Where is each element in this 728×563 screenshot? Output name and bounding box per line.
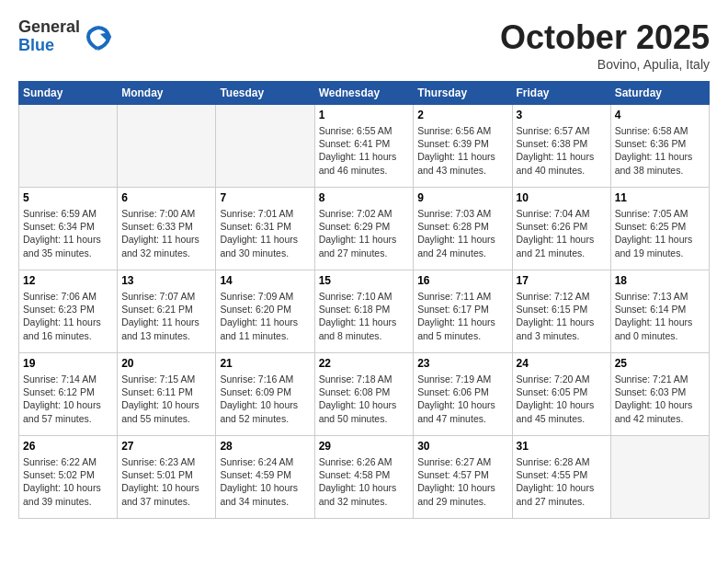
week-row-3: 12 Sunrise: 7:06 AMSunset: 6:23 PMDaylig… xyxy=(19,270,710,353)
calendar-cell: 20 Sunrise: 7:15 AMSunset: 6:11 PMDaylig… xyxy=(118,353,216,436)
day-info: Sunrise: 7:18 AMSunset: 6:08 PMDaylight:… xyxy=(319,373,410,425)
calendar-cell: 29 Sunrise: 6:26 AMSunset: 4:58 PMDaylig… xyxy=(314,436,414,519)
calendar-cell: 19 Sunrise: 7:14 AMSunset: 6:12 PMDaylig… xyxy=(19,353,118,436)
calendar-cell: 24 Sunrise: 7:20 AMSunset: 6:05 PMDaylig… xyxy=(512,353,610,436)
day-number: 21 xyxy=(220,357,310,370)
day-info: Sunrise: 6:57 AMSunset: 6:38 PMDaylight:… xyxy=(517,124,607,177)
calendar-cell xyxy=(118,105,216,188)
calendar-cell: 31 Sunrise: 6:28 AMSunset: 4:55 PMDaylig… xyxy=(512,436,610,519)
day-number: 22 xyxy=(319,357,410,370)
day-info: Sunrise: 7:09 AMSunset: 6:20 PMDaylight:… xyxy=(220,290,310,342)
calendar-cell: 26 Sunrise: 6:22 AMSunset: 5:02 PMDaylig… xyxy=(19,436,118,519)
day-number: 31 xyxy=(517,440,607,453)
day-number: 19 xyxy=(23,357,113,370)
day-number: 8 xyxy=(319,191,410,204)
calendar-cell: 30 Sunrise: 6:27 AMSunset: 4:57 PMDaylig… xyxy=(414,436,512,519)
calendar-cell: 25 Sunrise: 7:21 AMSunset: 6:03 PMDaylig… xyxy=(610,353,709,436)
day-info: Sunrise: 6:59 AMSunset: 6:34 PMDaylight:… xyxy=(23,207,113,259)
calendar-cell: 13 Sunrise: 7:07 AMSunset: 6:21 PMDaylig… xyxy=(118,270,216,353)
day-info: Sunrise: 7:16 AMSunset: 6:09 PMDaylight:… xyxy=(220,373,310,425)
calendar-cell: 6 Sunrise: 7:00 AMSunset: 6:33 PMDayligh… xyxy=(118,188,216,270)
calendar-cell: 21 Sunrise: 7:16 AMSunset: 6:09 PMDaylig… xyxy=(216,353,314,436)
day-info: Sunrise: 7:14 AMSunset: 6:12 PMDaylight:… xyxy=(23,373,113,425)
day-info: Sunrise: 7:13 AMSunset: 6:14 PMDaylight:… xyxy=(615,290,705,342)
logo-icon xyxy=(84,23,111,51)
day-number: 29 xyxy=(319,440,410,453)
page-header: General Blue October 2025 Bovino, Apulia… xyxy=(18,18,710,72)
title-block: October 2025 Bovino, Apulia, Italy xyxy=(500,18,710,72)
day-info: Sunrise: 7:19 AMSunset: 6:06 PMDaylight:… xyxy=(417,373,507,425)
calendar-cell: 28 Sunrise: 6:24 AMSunset: 4:59 PMDaylig… xyxy=(216,436,314,519)
day-info: Sunrise: 7:06 AMSunset: 6:23 PMDaylight:… xyxy=(23,290,113,342)
calendar-cell: 11 Sunrise: 7:05 AMSunset: 6:25 PMDaylig… xyxy=(610,188,709,270)
week-row-2: 5 Sunrise: 6:59 AMSunset: 6:34 PMDayligh… xyxy=(19,188,710,270)
day-info: Sunrise: 6:22 AMSunset: 5:02 PMDaylight:… xyxy=(23,455,113,508)
day-number: 10 xyxy=(517,191,607,204)
day-info: Sunrise: 7:20 AMSunset: 6:05 PMDaylight:… xyxy=(517,373,607,425)
day-info: Sunrise: 6:27 AMSunset: 4:57 PMDaylight:… xyxy=(417,455,507,508)
day-info: Sunrise: 6:55 AMSunset: 6:41 PMDaylight:… xyxy=(319,124,410,177)
calendar-cell: 14 Sunrise: 7:09 AMSunset: 6:20 PMDaylig… xyxy=(216,270,314,353)
week-row-1: 1 Sunrise: 6:55 AMSunset: 6:41 PMDayligh… xyxy=(19,105,710,188)
day-info: Sunrise: 6:26 AMSunset: 4:58 PMDaylight:… xyxy=(319,455,410,508)
calendar-table: SundayMondayTuesdayWednesdayThursdayFrid… xyxy=(18,81,710,519)
day-info: Sunrise: 7:21 AMSunset: 6:03 PMDaylight:… xyxy=(615,373,705,425)
day-info: Sunrise: 6:58 AMSunset: 6:36 PMDaylight:… xyxy=(615,124,705,177)
logo-blue-text: Blue xyxy=(18,37,80,55)
calendar-cell: 3 Sunrise: 6:57 AMSunset: 6:38 PMDayligh… xyxy=(512,105,610,188)
day-number: 26 xyxy=(23,440,113,453)
day-number: 6 xyxy=(121,191,211,204)
calendar-cell: 1 Sunrise: 6:55 AMSunset: 6:41 PMDayligh… xyxy=(314,105,414,188)
calendar-cell: 27 Sunrise: 6:23 AMSunset: 5:01 PMDaylig… xyxy=(118,436,216,519)
calendar-cell: 15 Sunrise: 7:10 AMSunset: 6:18 PMDaylig… xyxy=(314,270,414,353)
day-info: Sunrise: 7:01 AMSunset: 6:31 PMDaylight:… xyxy=(220,207,310,259)
calendar-header-row: SundayMondayTuesdayWednesdayThursdayFrid… xyxy=(19,82,710,105)
day-info: Sunrise: 7:02 AMSunset: 6:29 PMDaylight:… xyxy=(319,207,410,259)
day-number: 9 xyxy=(417,191,507,204)
calendar-header-saturday: Saturday xyxy=(610,82,709,105)
day-number: 11 xyxy=(615,191,705,204)
calendar-cell: 8 Sunrise: 7:02 AMSunset: 6:29 PMDayligh… xyxy=(314,188,414,270)
calendar-header-monday: Monday xyxy=(118,82,216,105)
day-number: 24 xyxy=(517,357,607,370)
day-number: 28 xyxy=(220,440,310,453)
week-row-5: 26 Sunrise: 6:22 AMSunset: 5:02 PMDaylig… xyxy=(19,436,710,519)
calendar-header-thursday: Thursday xyxy=(414,82,512,105)
day-number: 3 xyxy=(517,109,607,121)
calendar-cell: 4 Sunrise: 6:58 AMSunset: 6:36 PMDayligh… xyxy=(610,105,709,188)
day-info: Sunrise: 7:03 AMSunset: 6:28 PMDaylight:… xyxy=(417,207,507,259)
calendar-cell xyxy=(216,105,314,188)
logo-general-text: General xyxy=(18,18,80,37)
week-row-4: 19 Sunrise: 7:14 AMSunset: 6:12 PMDaylig… xyxy=(19,353,710,436)
day-info: Sunrise: 6:56 AMSunset: 6:39 PMDaylight:… xyxy=(417,124,507,177)
day-info: Sunrise: 7:05 AMSunset: 6:25 PMDaylight:… xyxy=(615,207,705,259)
day-number: 14 xyxy=(220,274,310,287)
location: Bovino, Apulia, Italy xyxy=(500,57,710,72)
day-info: Sunrise: 6:23 AMSunset: 5:01 PMDaylight:… xyxy=(121,455,211,508)
day-info: Sunrise: 7:15 AMSunset: 6:11 PMDaylight:… xyxy=(121,373,211,425)
day-number: 7 xyxy=(220,191,310,204)
calendar-cell: 7 Sunrise: 7:01 AMSunset: 6:31 PMDayligh… xyxy=(216,188,314,270)
day-number: 30 xyxy=(417,440,507,453)
day-number: 20 xyxy=(121,357,211,370)
day-info: Sunrise: 7:04 AMSunset: 6:26 PMDaylight:… xyxy=(517,207,607,259)
calendar-cell: 5 Sunrise: 6:59 AMSunset: 6:34 PMDayligh… xyxy=(19,188,118,270)
calendar-cell: 17 Sunrise: 7:12 AMSunset: 6:15 PMDaylig… xyxy=(512,270,610,353)
day-info: Sunrise: 6:24 AMSunset: 4:59 PMDaylight:… xyxy=(220,455,310,508)
day-number: 25 xyxy=(615,357,705,370)
calendar-cell xyxy=(610,436,709,519)
day-number: 12 xyxy=(23,274,113,287)
day-number: 2 xyxy=(417,109,507,121)
calendar-header-wednesday: Wednesday xyxy=(314,82,414,105)
calendar-cell: 22 Sunrise: 7:18 AMSunset: 6:08 PMDaylig… xyxy=(314,353,414,436)
month-title: October 2025 xyxy=(500,18,710,57)
day-info: Sunrise: 7:00 AMSunset: 6:33 PMDaylight:… xyxy=(121,207,211,259)
day-info: Sunrise: 7:07 AMSunset: 6:21 PMDaylight:… xyxy=(121,290,211,342)
day-number: 1 xyxy=(319,109,410,121)
day-number: 17 xyxy=(517,274,607,287)
day-number: 5 xyxy=(23,191,113,204)
calendar-cell: 16 Sunrise: 7:11 AMSunset: 6:17 PMDaylig… xyxy=(414,270,512,353)
calendar-cell: 2 Sunrise: 6:56 AMSunset: 6:39 PMDayligh… xyxy=(414,105,512,188)
day-number: 16 xyxy=(417,274,507,287)
day-info: Sunrise: 7:10 AMSunset: 6:18 PMDaylight:… xyxy=(319,290,410,342)
